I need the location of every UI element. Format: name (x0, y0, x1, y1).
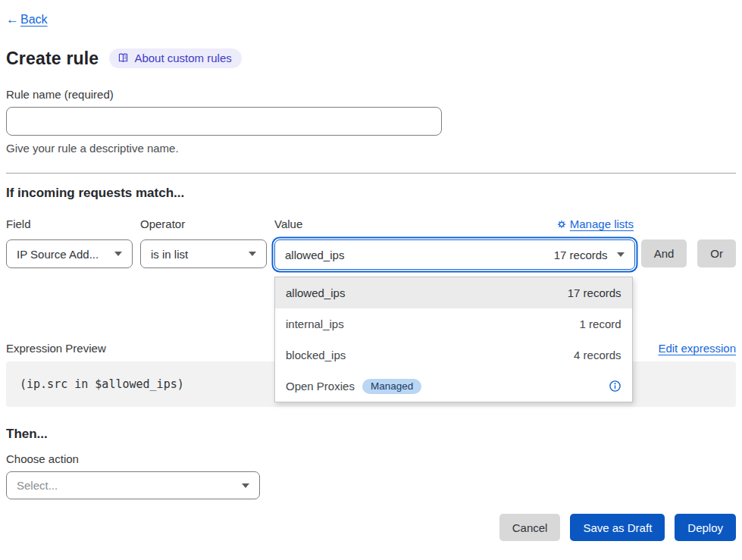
match-section-heading: If incoming requests match... (6, 186, 736, 201)
action-select-placeholder: Select... (17, 479, 58, 492)
value-select-records: 17 records (554, 249, 608, 261)
save-as-draft-button[interactable]: Save as Draft (570, 514, 665, 541)
deploy-button[interactable]: Deploy (675, 514, 736, 541)
field-label: Field (6, 217, 133, 230)
chevron-down-icon (114, 252, 122, 256)
create-rule-page: ← Back Create rule About custom rules Ru… (0, 0, 742, 541)
manage-lists-link[interactable]: Manage lists (557, 217, 634, 230)
list-option-internal-ips[interactable]: internal_ips 1 record (275, 308, 632, 339)
list-option-name: allowed_ips (286, 286, 345, 299)
about-custom-rules-link[interactable]: About custom rules (109, 48, 241, 68)
list-option-name: blocked_ips (286, 349, 346, 361)
footer-actions: Cancel Save as Draft Deploy (6, 514, 736, 541)
condition-row: IP Source Add... is in list allowed_ips … (6, 239, 736, 270)
list-option-name: Open Proxies (286, 380, 355, 393)
and-button[interactable]: And (641, 239, 687, 267)
value-label: Value (274, 217, 302, 230)
or-button[interactable]: Or (697, 239, 736, 267)
value-dropdown: allowed_ips 17 records internal_ips 1 re… (274, 277, 633, 402)
list-option-open-proxies[interactable]: Open Proxies Managed (275, 371, 632, 402)
condition-labels-row: Field Operator Value Manage lists (6, 217, 736, 230)
expression-preview-label: Expression Preview (6, 342, 106, 355)
operator-select-value: is in list (151, 248, 188, 261)
list-option-records: 17 records (568, 286, 621, 299)
list-option-name: internal_ips (286, 318, 344, 330)
value-select[interactable]: allowed_ips 17 records (274, 239, 635, 270)
chevron-down-icon (242, 483, 249, 488)
chevron-down-icon (617, 252, 625, 257)
gear-icon (557, 220, 566, 229)
chevron-down-icon (249, 252, 256, 256)
section-divider (6, 173, 736, 174)
rule-name-helper: Give your rule a descriptive name. (6, 142, 736, 155)
about-custom-rules-label: About custom rules (134, 52, 231, 64)
left-arrow-icon: ← (6, 12, 19, 27)
operator-select[interactable]: is in list (140, 239, 267, 268)
manage-lists-label: Manage lists (570, 217, 634, 230)
rule-name-input[interactable] (6, 107, 442, 136)
back-label: Back (20, 13, 48, 27)
cancel-button[interactable]: Cancel (499, 514, 561, 541)
info-icon[interactable] (609, 380, 621, 393)
list-option-records: 1 record (580, 318, 621, 330)
choose-action-label: Choose action (6, 452, 736, 465)
list-option-records: 4 records (574, 349, 621, 361)
list-option-blocked-ips[interactable]: blocked_ips 4 records (275, 339, 632, 371)
then-heading: Then... (6, 427, 736, 442)
edit-expression-link[interactable]: Edit expression (658, 342, 736, 355)
expression-code: (ip.src in $allowed_ips) (20, 377, 184, 391)
title-row: Create rule About custom rules (6, 47, 736, 70)
list-option-allowed-ips[interactable]: allowed_ips 17 records (275, 277, 632, 308)
field-select[interactable]: IP Source Add... (6, 239, 133, 268)
back-link[interactable]: ← Back (6, 12, 48, 27)
action-select[interactable]: Select... (6, 471, 260, 499)
value-select-value: allowed_ips (285, 249, 344, 261)
value-select-wrapper: allowed_ips 17 records allowed_ips 17 re… (274, 239, 635, 270)
managed-badge: Managed (362, 379, 421, 394)
rule-name-label: Rule name (required) (6, 88, 736, 101)
page-title: Create rule (6, 48, 99, 69)
field-select-value: IP Source Add... (17, 248, 99, 261)
operator-label: Operator (140, 217, 267, 230)
open-book-icon (117, 52, 129, 64)
